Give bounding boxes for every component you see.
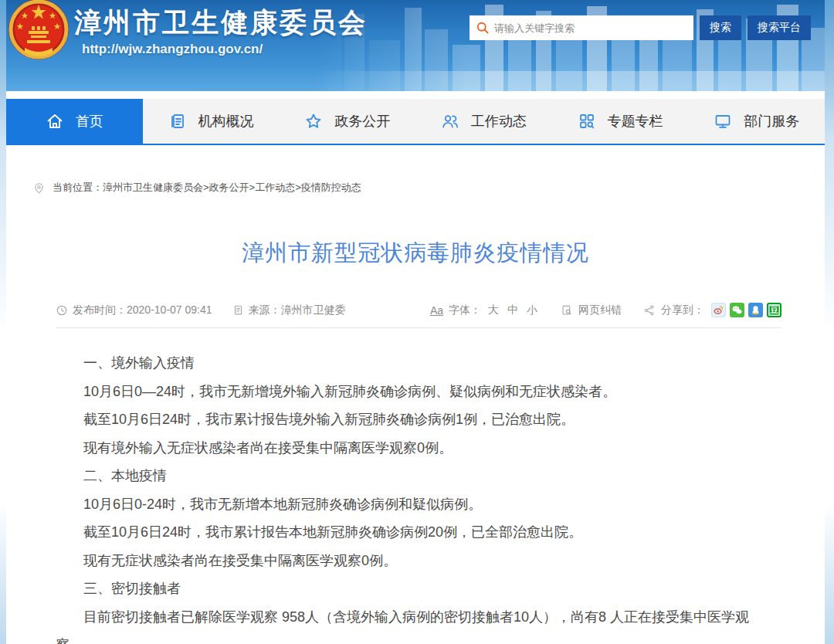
page-correction-icon xyxy=(561,304,573,317)
source-doc-icon xyxy=(232,304,244,316)
correction-link[interactable]: 网页纠错 xyxy=(578,303,622,317)
article-source: 来源：漳州市卫健委 xyxy=(232,303,346,317)
nav-label: 首页 xyxy=(76,112,103,130)
document-icon xyxy=(168,112,187,130)
breadcrumb: 当前位置：漳州市卫生健康委员会>政务公开>工作动态>疫情防控动态 xyxy=(32,181,825,195)
search-area: 搜索 搜索平台 xyxy=(470,15,811,40)
nav-item-gov-info[interactable]: 政务公开 xyxy=(279,99,415,144)
weibo-icon[interactable] xyxy=(711,303,726,317)
font-size-small[interactable]: 小 xyxy=(527,303,537,317)
star-icon xyxy=(304,112,323,130)
share-icons: 豆 xyxy=(711,303,781,317)
paragraph: 二、本地疫情 xyxy=(56,462,775,490)
share-icon xyxy=(643,304,656,317)
paragraph: 10月6日0—24时，我市无新增境外输入新冠肺炎确诊病例、疑似病例和无症状感染者… xyxy=(56,378,775,406)
nav-label: 部门服务 xyxy=(744,112,799,130)
search-button[interactable]: 搜索 xyxy=(700,15,741,40)
site-banner: 漳州市卫生健康委员会 http://wjw.zhangzhou.gov.cn/ … xyxy=(6,0,825,91)
publish-time-text: 发布时间：2020-10-07 09:41 xyxy=(73,303,212,317)
national-emblem-logo xyxy=(8,0,70,63)
search-platform-button[interactable]: 搜索平台 xyxy=(748,15,811,40)
search-input[interactable] xyxy=(470,15,693,40)
grid-search-icon xyxy=(578,112,596,130)
paragraph: 10月6日0-24时，我市无新增本地新冠肺炎确诊病例和疑似病例。 xyxy=(56,490,775,519)
location-pin-icon xyxy=(32,181,46,195)
article-meta-bar: 发布时间：2020-10-07 09:41 来源：漳州市卫健委 Aa 字体： 大… xyxy=(56,303,781,328)
paragraph: 三、密切接触者 xyxy=(56,575,775,603)
qq-icon[interactable] xyxy=(748,303,763,317)
font-aa-label: Aa xyxy=(430,304,443,317)
paragraph: 一、境外输入疫情 xyxy=(56,349,775,378)
people-icon xyxy=(441,112,459,130)
paragraph: 目前密切接触者已解除医学观察 958人（含境外输入病例的密切接触者10人），尚有… xyxy=(56,603,775,644)
meta-tools: Aa 字体： 大 中 小 网页纠错 分享到： xyxy=(430,303,781,317)
clock-icon xyxy=(56,304,68,317)
paragraph: 现有无症状感染者尚在接受集中隔离医学观察0例。 xyxy=(56,547,775,575)
douban-icon[interactable]: 豆 xyxy=(767,303,781,317)
nav-item-work-updates[interactable]: 工作动态 xyxy=(415,99,552,144)
source-text: 来源：漳州市卫健委 xyxy=(249,303,346,317)
nav-item-dept-services[interactable]: 部门服务 xyxy=(688,99,825,144)
font-size-medium[interactable]: 中 xyxy=(507,303,518,317)
nav-item-special-topics[interactable]: 专题专栏 xyxy=(552,99,689,144)
paragraph: 截至10月6日24时，我市累计报告本地新冠肺炎确诊病例20例，已全部治愈出院。 xyxy=(56,518,775,547)
paragraph: 现有境外输入无症状感染者尚在接受集中隔离医学观察0例。 xyxy=(56,434,775,463)
page-container: 漳州市卫生健康委员会 http://wjw.zhangzhou.gov.cn/ … xyxy=(6,0,825,644)
douban-glyph: 豆 xyxy=(770,304,778,316)
home-icon xyxy=(46,112,64,130)
article-title: 漳州市新型冠状病毒肺炎疫情情况 xyxy=(6,238,825,269)
main-navigation: 首页 机构概况 政务公开 工作动态 专题专栏 xyxy=(6,99,825,145)
article-body: 一、境外输入疫情 10月6日0—24时，我市无新增境外输入新冠肺炎确诊病例、疑似… xyxy=(56,349,775,644)
wechat-icon[interactable] xyxy=(730,303,744,317)
city-skyline-image xyxy=(315,0,825,91)
search-box xyxy=(470,15,693,40)
monitor-icon xyxy=(714,112,732,130)
share-label: 分享到： xyxy=(661,303,704,317)
nav-label: 政务公开 xyxy=(334,112,390,130)
paragraph: 截至10月6日24时，我市累计报告境外输入新冠肺炎确诊病例1例，已治愈出院。 xyxy=(56,405,775,434)
breadcrumb-text[interactable]: 当前位置：漳州市卫生健康委员会>政务公开>工作动态>疫情防控动态 xyxy=(53,181,361,195)
publish-time: 发布时间：2020-10-07 09:41 xyxy=(56,303,212,317)
nav-label: 机构概况 xyxy=(198,112,254,130)
nav-label: 工作动态 xyxy=(471,112,527,130)
font-label: 字体： xyxy=(449,303,481,317)
nav-item-organization[interactable]: 机构概况 xyxy=(143,99,280,144)
font-size-large[interactable]: 大 xyxy=(488,303,499,317)
nav-item-home[interactable]: 首页 xyxy=(6,99,143,144)
site-url: http://wjw.zhangzhou.gov.cn/ xyxy=(82,42,263,57)
site-title: 漳州市卫生健康委员会 xyxy=(74,5,368,41)
search-icon xyxy=(475,20,490,36)
nav-label: 专题专栏 xyxy=(608,112,663,130)
